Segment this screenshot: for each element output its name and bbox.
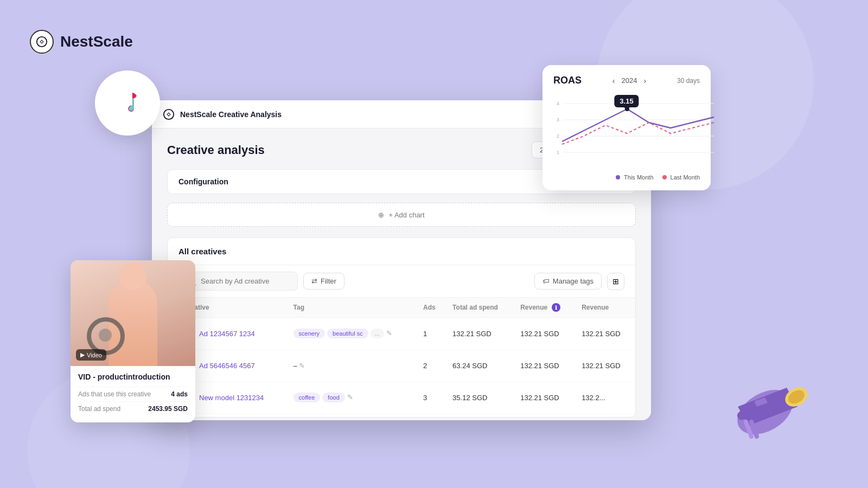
roas-next-button[interactable]: › bbox=[641, 75, 648, 86]
add-chart-icon: ⊕ bbox=[378, 211, 384, 219]
revenue-2: 132.21 SGD bbox=[575, 350, 635, 382]
search-filter-row: 🔍 ⇄ Filter 🏷 Manage tags ⊞ bbox=[168, 265, 635, 298]
table-row: Ad 1234567 1234scenerybeautiful sc...✎13… bbox=[168, 414, 635, 418]
revenue-2: 132.21 SGD bbox=[575, 318, 635, 350]
roas-card-header: ROAS ‹ 2024 › 30 days bbox=[553, 75, 700, 86]
search-box[interactable]: 🔍 bbox=[178, 272, 298, 291]
total-ad-spend: 35.12 SGD bbox=[446, 414, 514, 418]
svg-point-3 bbox=[168, 113, 170, 115]
stat-spend-label: Total ad spend bbox=[78, 405, 120, 413]
revenue-1: 132.21 SGD bbox=[514, 350, 575, 382]
legend-this-month: This Month bbox=[616, 174, 653, 181]
tag-edit-icon[interactable]: ✎ bbox=[386, 329, 392, 337]
tag-pill[interactable]: scenery bbox=[293, 329, 326, 338]
filter-icon: ⇄ bbox=[311, 277, 317, 285]
ads-count: 1 bbox=[417, 318, 446, 350]
stat-ads-value: 4 ads bbox=[171, 390, 188, 398]
tag-pill[interactable]: coffee bbox=[293, 393, 321, 402]
tag-cell: – ✎ bbox=[287, 350, 417, 382]
col-revenue-1: Revenue ℹ bbox=[514, 298, 575, 318]
ad-name[interactable]: Ad 5646546 4567 bbox=[199, 362, 255, 370]
ad-name[interactable]: Ad 1234567 1234 bbox=[199, 330, 255, 338]
tag-dash: – bbox=[293, 362, 297, 370]
svg-text:1: 1 bbox=[557, 150, 559, 155]
tag-edit-icon[interactable]: ✎ bbox=[299, 362, 305, 370]
tag-more[interactable]: ... bbox=[371, 329, 384, 338]
table-row: Ad 1234567 1234scenerybeautiful sc...✎11… bbox=[168, 318, 635, 350]
tag-pill[interactable]: food bbox=[322, 393, 344, 402]
revenue-1: 132.21 SGD bbox=[514, 414, 575, 418]
video-badge: ▶ Video bbox=[76, 349, 106, 361]
total-ad-spend: 35.12 SGD bbox=[446, 382, 514, 414]
creatives-header: All creatives bbox=[168, 238, 635, 265]
total-ad-spend: 63.24 SGD bbox=[446, 350, 514, 382]
roas-prev-button[interactable]: ‹ bbox=[610, 75, 617, 86]
filter-label: Filter bbox=[321, 277, 336, 285]
table-row: Ad 5646546 4567– ✎263.24 SGD132.21 SGD13… bbox=[168, 350, 635, 382]
col-ads: Ads bbox=[417, 298, 446, 318]
video-icon: ▶ bbox=[80, 351, 85, 358]
roas-period[interactable]: 30 days bbox=[677, 77, 700, 85]
tiktok-logo-circle bbox=[95, 70, 160, 136]
tag-pill[interactable]: beautiful sc bbox=[327, 329, 368, 338]
stat-ads-label: Ads that use this creative bbox=[78, 390, 151, 398]
tag-cell: coffeefood✎ bbox=[287, 382, 417, 414]
filter-button[interactable]: ⇄ Filter bbox=[303, 273, 344, 290]
stat-spend-value: 2453.95 SGD bbox=[148, 405, 188, 413]
ad-name[interactable]: New model 1231234 bbox=[199, 394, 264, 402]
nestscale-logo-icon bbox=[30, 30, 54, 54]
col-tag: Tag bbox=[287, 298, 417, 318]
total-ad-spend: 132.21 SGD bbox=[446, 318, 514, 350]
table-row: New model 1231234coffeefood✎335.12 SGD13… bbox=[168, 382, 635, 414]
brand-name: NestScale bbox=[60, 33, 133, 50]
configuration-label: Configuration bbox=[178, 177, 228, 186]
roas-card: ROAS ‹ 2024 › 30 days 3.15 4 3 2 1 bbox=[542, 65, 711, 190]
manage-tags-button[interactable]: 🏷 Manage tags bbox=[534, 273, 602, 290]
svg-text:2: 2 bbox=[557, 133, 559, 139]
tag-cell: scenerybeautiful sc...✎ bbox=[287, 414, 417, 418]
svg-text:3: 3 bbox=[557, 117, 559, 123]
search-input[interactable] bbox=[201, 277, 291, 285]
tag-edit-icon[interactable]: ✎ bbox=[347, 393, 353, 401]
columns-button[interactable]: ⊞ bbox=[607, 273, 624, 290]
tag-icon: 🏷 bbox=[542, 277, 550, 285]
svg-point-1 bbox=[41, 41, 43, 43]
roas-tooltip: 3.15 bbox=[614, 95, 639, 107]
col-total-ad-spend: Total ad spend bbox=[446, 298, 514, 318]
roas-nav: ‹ 2024 › bbox=[610, 75, 648, 86]
all-creatives-title: All creatives bbox=[178, 247, 226, 256]
tag-cell: scenerybeautiful sc...✎ bbox=[287, 318, 417, 350]
col-revenue-2: Revenue bbox=[575, 298, 635, 318]
ads-count: 3 bbox=[417, 382, 446, 414]
legend-last-month: Last Month bbox=[662, 174, 700, 181]
revenue-2: 132.2... bbox=[575, 382, 635, 414]
svg-text:4: 4 bbox=[557, 101, 559, 106]
creatives-table-container: Ad creative Tag Ads Total ad spend Reven… bbox=[168, 298, 635, 417]
add-chart-label: + Add chart bbox=[388, 211, 424, 219]
add-chart-button[interactable]: ⊕ + Add chart bbox=[167, 203, 636, 227]
video-stat-ads: Ads that use this creative 4 ads bbox=[78, 387, 188, 401]
megaphone-decoration bbox=[722, 358, 819, 455]
creatives-table: Ad creative Tag Ads Total ad spend Reven… bbox=[168, 298, 635, 417]
manage-tags-label: Manage tags bbox=[553, 277, 593, 285]
roas-year: 2024 bbox=[622, 76, 637, 85]
video-card: ▶ Video VID - productintroduction Ads th… bbox=[71, 260, 195, 422]
video-info: VID - productintroduction Ads that use t… bbox=[71, 366, 195, 422]
ads-count: 1 bbox=[417, 414, 446, 418]
ads-count: 2 bbox=[417, 350, 446, 382]
roas-chart-area: 3.15 4 3 2 1 bbox=[551, 93, 702, 169]
roas-legend: This Month Last Month bbox=[553, 174, 700, 181]
roas-title: ROAS bbox=[553, 75, 582, 86]
revenue-1: 132.21 SGD bbox=[514, 382, 575, 414]
page-title: Creative analysis bbox=[167, 143, 265, 157]
video-stat-spend: Total ad spend 2453.95 SGD bbox=[78, 401, 188, 416]
video-title: VID - productintroduction bbox=[78, 373, 188, 381]
video-preview: ▶ Video bbox=[71, 260, 195, 366]
revenue-2: 132.21 SGD bbox=[575, 414, 635, 418]
all-creatives-section: All creatives 🔍 ⇄ Filter 🏷 Manage tags ⊞ bbox=[167, 237, 636, 418]
columns-icon: ⊞ bbox=[612, 277, 619, 286]
revenue-1: 132.21 SGD bbox=[514, 318, 575, 350]
header: NestScale bbox=[30, 30, 133, 54]
